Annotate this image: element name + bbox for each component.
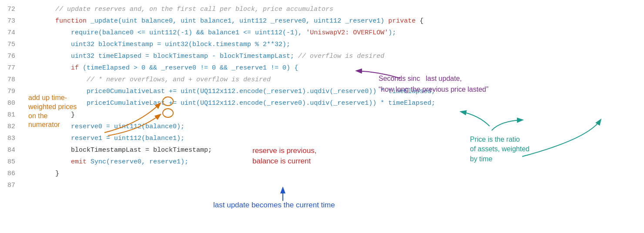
code-line: 81 }: [0, 110, 644, 122]
line-number: 76: [0, 51, 24, 62]
line-number: 73: [0, 16, 24, 27]
line-number: 82: [0, 122, 24, 133]
line-code: price1CumulativeLast += uint(UQ112x112.e…: [24, 98, 435, 109]
code-line: 82 reserve0 = uint112(balance0);: [0, 122, 644, 133]
code-line: 87: [0, 180, 644, 192]
line-number: 80: [0, 98, 24, 109]
code-block: 72 // update reserves and, on the first …: [0, 0, 644, 196]
line-code: reserve0 = uint112(balance0);: [24, 122, 184, 133]
line-number: 78: [0, 75, 24, 86]
line-number: 87: [0, 180, 24, 191]
code-line: 86 }: [0, 169, 644, 180]
line-code: if (timeElapsed > 0 && _reserve0 != 0 &&…: [24, 63, 298, 74]
code-line: 75 uint32 blockTimestamp = uint32(block.…: [0, 40, 644, 51]
line-code: }: [24, 110, 75, 121]
annotation-last-update: last update becomes the current time: [213, 201, 335, 210]
line-number: 75: [0, 40, 24, 50]
line-code: blockTimestampLast = blockTimestamp;: [24, 145, 212, 156]
line-code: emit Sync(reserve0, reserve1);: [24, 157, 188, 168]
code-line: 85 emit Sync(reserve0, reserve1);: [0, 157, 644, 169]
line-number: 79: [0, 87, 24, 97]
line-code: price0CumulativeLast += uint(UQ112x112.e…: [24, 87, 435, 97]
line-code: require(balance0 <= uint112(-1) && balan…: [24, 28, 396, 39]
line-number: 74: [0, 28, 24, 39]
code-line: 74 require(balance0 <= uint112(-1) && ba…: [0, 28, 644, 40]
code-line: 77 if (timeElapsed > 0 && _reserve0 != 0…: [0, 63, 644, 75]
line-code: }: [24, 169, 59, 180]
line-code: // update reserves and, on the first cal…: [24, 4, 333, 15]
line-code: uint32 timeElapsed = blockTimestamp - bl…: [24, 51, 384, 62]
line-code: uint32 blockTimestamp = uint32(block.tim…: [24, 40, 290, 50]
line-number: 86: [0, 169, 24, 180]
code-line: 80 price1CumulativeLast += uint(UQ112x11…: [0, 98, 644, 110]
line-number: 83: [0, 133, 24, 144]
line-number: 85: [0, 157, 24, 168]
code-line: 84 blockTimestampLast = blockTimestamp;: [0, 145, 644, 157]
line-code: function _update(uint balance0, uint bal…: [24, 16, 423, 27]
code-line: 79 price0CumulativeLast += uint(UQ112x11…: [0, 87, 644, 98]
line-number: 77: [0, 63, 24, 74]
code-line: 76 uint32 timeElapsed = blockTimestamp -…: [0, 51, 644, 63]
line-number: 84: [0, 145, 24, 156]
line-number: 72: [0, 4, 24, 15]
code-line: 72 // update reserves and, on the first …: [0, 4, 644, 16]
code-line: 73 function _update(uint balance0, uint …: [0, 16, 644, 28]
code-line: 83 reserve1 = uint112(balance1);: [0, 133, 644, 145]
code-line: 78 // * never overflows, and + overflow …: [0, 75, 644, 87]
line-code: // * never overflows, and + overflow is …: [24, 75, 271, 86]
line-code: reserve1 = uint112(balance1);: [24, 133, 184, 144]
line-number: 81: [0, 110, 24, 121]
